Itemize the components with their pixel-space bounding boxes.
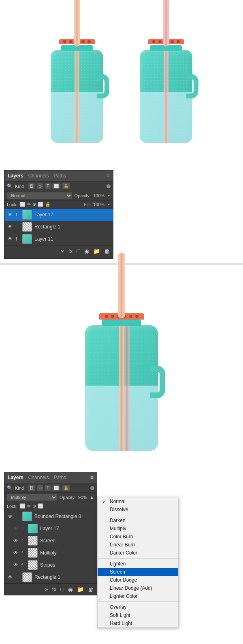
new-group-icon-b[interactable]: 📁 — [76, 585, 85, 593]
panel-menu-icon-bottom[interactable]: ≡ — [90, 474, 94, 481]
tab-layers-top[interactable]: Layers — [8, 173, 23, 179]
layer-eye-b-2[interactable]: 👁 — [13, 538, 19, 544]
new-adjustment-icon-b[interactable]: ◉ — [67, 585, 74, 593]
fx-icon-b[interactable]: fx — [51, 585, 58, 593]
layer-eye-b-3[interactable]: 👁 — [13, 550, 19, 556]
jar-large-straw-inside — [119, 325, 124, 451]
layer-eye-2[interactable]: 👁 — [7, 236, 13, 242]
jar-large-straw — [118, 253, 125, 318]
layers-panel-top-wrapper: Layers Channels Paths ≡ 🔍 Kind 🖼 ⊙ T ⬜ 🔒… — [0, 170, 243, 263]
blend-option-darker-color[interactable]: Darker Color — [98, 549, 178, 557]
fill-label-top: Fill: — [84, 202, 91, 207]
add-mask-icon[interactable]: □ — [76, 247, 81, 255]
blend-option-lighter-color[interactable]: Lighter Color — [98, 592, 178, 600]
fx-icon[interactable]: fx — [68, 247, 74, 255]
layer-row-1[interactable]: 👁 Rectangle 1 — [4, 221, 113, 233]
layer-thumb-b-2 — [28, 536, 38, 546]
tab-layers-bottom[interactable]: Layers — [8, 475, 23, 480]
filter-toggle-dot-b[interactable] — [90, 486, 94, 490]
lock-icon-artboard-b[interactable]: ⬜ — [38, 503, 43, 509]
blend-mode-select-bottom[interactable]: Multiply — [7, 494, 57, 501]
lock-icon-all[interactable]: 🔒 — [45, 202, 51, 207]
blend-option-lighten[interactable]: Lighten — [98, 560, 178, 568]
layer-row-0[interactable]: 👁 f Layer 17 — [4, 209, 113, 221]
blend-mode-dropdown: Normal Dissolve Darken Multiply Color Bu… — [97, 497, 178, 628]
blend-option-linear-dodge[interactable]: Linear Dodge (Add) — [98, 584, 178, 592]
link-layers-icon-b[interactable]: ∞ — [44, 586, 49, 593]
lock-icon-paint-b[interactable]: ✏ — [27, 503, 31, 509]
blend-option-darken[interactable]: Darken — [98, 516, 178, 525]
filter-icon-shape[interactable]: ⬜ — [52, 183, 60, 189]
fill-value-top: 100% — [93, 202, 104, 207]
blend-option-linear-burn[interactable]: Linear Burn — [98, 541, 178, 549]
link-layers-icon[interactable]: ∞ — [60, 247, 65, 255]
panel-menu-icon-top[interactable]: ≡ — [107, 173, 110, 179]
filter-icon-type[interactable]: T — [45, 183, 51, 189]
layer-row-b-0[interactable]: 👁 Bounded Rectangle 3 — [4, 510, 97, 522]
tab-channels-top[interactable]: Channels — [28, 173, 49, 179]
add-mask-icon-b[interactable]: □ — [60, 585, 65, 593]
blend-mode-select-top[interactable]: Normal — [7, 192, 72, 199]
layer-eye-1[interactable]: 👁 — [7, 224, 13, 230]
lock-icon-artboard[interactable]: ⬜ — [38, 202, 43, 207]
lock-icon-pixels-b[interactable]: ⬜ — [20, 503, 26, 509]
lock-icon-pixels[interactable]: ⬜ — [20, 202, 26, 207]
filter-icon-adjust[interactable]: ⊙ — [37, 183, 43, 189]
layer-row-b-2[interactable]: 👁 f Screen — [4, 535, 97, 547]
lid-dot — [129, 315, 132, 318]
layer-name-b-5: Rectangle 1 — [34, 574, 60, 580]
blend-option-screen[interactable]: Screen — [98, 568, 178, 576]
lock-icon-move-b[interactable]: ⊕ — [32, 503, 36, 509]
layer-eye-b-5[interactable]: 👁 — [7, 574, 13, 580]
tab-channels-bottom[interactable]: Channels — [28, 475, 49, 480]
search-icon-top: 🔍 — [7, 183, 13, 189]
layer-row-b-1[interactable]: 👁 f Layer 17 — [4, 522, 97, 535]
jar-body-2 — [140, 50, 192, 143]
lock-icon-move[interactable]: ⊕ — [32, 202, 36, 207]
jar-body-1 — [51, 50, 103, 143]
delete-layer-icon-b[interactable]: 🗑 — [87, 585, 94, 593]
dropdown-sep-3 — [98, 601, 178, 602]
layer-row-b-5[interactable]: 👁 Rectangle 1 — [4, 571, 97, 583]
layer-eye-b-0[interactable]: 👁 — [7, 514, 13, 519]
filter-icon-smart-b[interactable]: 🔒 — [62, 485, 70, 491]
filter-icon-image-b[interactable]: 🖼 — [28, 485, 35, 491]
jar-large-lid-top — [102, 319, 141, 326]
filter-icon-smart[interactable]: 🔒 — [62, 183, 70, 189]
blend-option-color-burn[interactable]: Color Burn — [98, 533, 178, 541]
blend-option-color-dodge[interactable]: Color Dodge — [98, 576, 178, 584]
layers-panel-header-bottom: Layers Channels Paths ≡ — [4, 472, 97, 483]
layer-row-b-3[interactable]: 👁 f Multiply — [4, 547, 97, 559]
straw-1 — [74, 0, 80, 47]
layer-eye-0[interactable]: 👁 — [7, 212, 13, 218]
filter-icon-shape-b[interactable]: ⬜ — [52, 485, 60, 491]
tab-paths-top[interactable]: Paths — [53, 173, 66, 179]
jar-large-straw-inside-2 — [124, 325, 130, 451]
delete-layer-icon[interactable]: 🗑 — [103, 247, 111, 255]
new-group-icon[interactable]: 📁 — [92, 247, 101, 255]
lock-icon-paint[interactable]: ✏ — [27, 202, 31, 207]
layer-row-b-4[interactable]: 👁 f Stripes — [4, 559, 97, 571]
new-adjustment-icon[interactable]: ◉ — [83, 247, 90, 255]
filter-toggle-dot[interactable] — [107, 184, 111, 188]
filter-icon-type-b[interactable]: T — [45, 485, 51, 491]
blend-option-dissolve[interactable]: Dissolve — [98, 505, 178, 514]
blend-option-soft-light[interactable]: Soft Light — [98, 611, 178, 619]
top-section — [0, 0, 243, 170]
lock-icons-top: ⬜ ✏ ⊕ ⬜ 🔒 — [20, 202, 51, 207]
blend-option-hard-light[interactable]: Hard Light — [98, 619, 178, 627]
filter-icons-top: 🖼 ⊙ T ⬜ 🔒 — [28, 183, 70, 189]
filter-icon-image[interactable]: 🖼 — [28, 183, 35, 189]
layer-thumb-b-3 — [28, 548, 38, 558]
layers-bottom-bar-bottom: ∞ fx □ ◉ 📁 🗑 — [4, 583, 97, 595]
blend-option-multiply[interactable]: Multiply — [98, 525, 178, 533]
layer-eye-b-4[interactable]: 👁 — [13, 562, 19, 568]
opacity-value-top: 100% — [93, 193, 104, 198]
filter-icon-adjust-b[interactable]: ⊙ — [37, 485, 43, 491]
blend-option-normal[interactable]: Normal — [98, 497, 178, 505]
layer-eye-b-1[interactable]: 👁 — [13, 526, 19, 531]
blend-option-overlay[interactable]: Overlay — [98, 603, 178, 611]
layer-row-2[interactable]: 👁 f Layer 11 — [4, 233, 113, 245]
tab-paths-bottom[interactable]: Paths — [53, 475, 66, 480]
opacity-label-bottom: Opacity: — [60, 495, 76, 500]
